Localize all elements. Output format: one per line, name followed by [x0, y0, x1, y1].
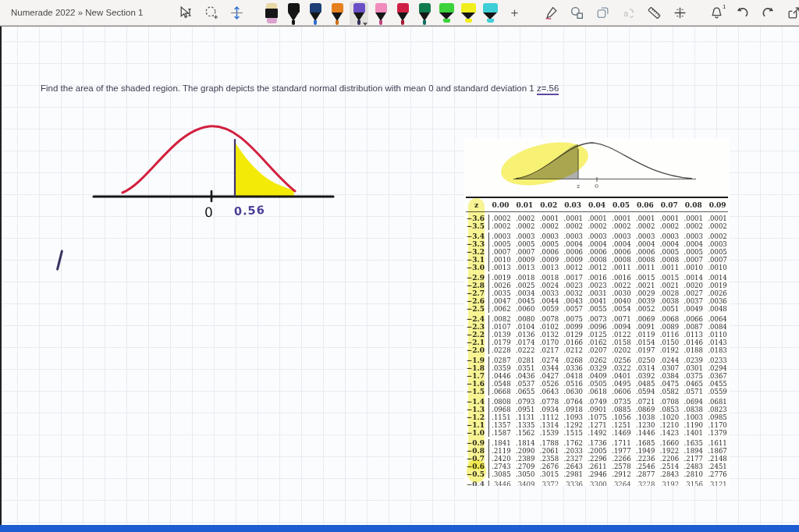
ztable-value-cell: .3192: [658, 481, 682, 486]
ztable-value-cell: .0003: [609, 232, 634, 240]
pen-blue-tool[interactable]: [306, 2, 325, 26]
ztable-row: −0.5.3085.3050.3015.2981.2946.2912.2877.…: [464, 470, 730, 478]
notifications-button[interactable]: 1: [709, 4, 724, 21]
ztable-value-cell: .0951: [513, 406, 538, 413]
ztable-header-z: z: [464, 201, 488, 209]
ztable-value-cell: .0122: [609, 331, 634, 339]
ztable-value-cell: .3446: [489, 481, 513, 486]
ztable-value-cell: .0024: [538, 282, 562, 289]
ztable-value-cell: .1131: [513, 413, 538, 421]
ztable-value-cell: .0002: [489, 222, 513, 230]
undo-button[interactable]: [735, 4, 750, 21]
ztable-value-cell: .3015: [538, 470, 562, 478]
snap-ink-button[interactable]: [595, 4, 610, 21]
redo-button[interactable]: [761, 4, 776, 21]
ztable-value-cell: .0017: [561, 274, 585, 282]
ztable-value-cell: .0016: [585, 274, 609, 282]
pen-red-tool[interactable]: [393, 2, 412, 26]
ztable-image[interactable]: z 0 z0.000.010.020.030.040.050.060.070.0…: [464, 138, 730, 486]
ztable-value-cell: .2981: [561, 470, 585, 478]
ztable-value-cell: .0104: [513, 323, 538, 331]
ztable-z-label: −0.4: [464, 481, 488, 486]
ztable-value-cell: .0113: [681, 331, 705, 339]
ztable-value-cell: .0006: [538, 248, 562, 256]
ztable-value-cell: .0015: [658, 274, 682, 282]
snap-to-grid-button[interactable]: [673, 4, 687, 21]
whiteboard-canvas[interactable]: Find the area of the shaded region. The …: [0, 26, 799, 532]
ztable-value-cell: .2148: [705, 455, 730, 463]
draw-with-pen-button[interactable]: [544, 4, 559, 21]
ztable-value-cell: .3300: [585, 481, 609, 486]
ztable-value-cell: .0505: [585, 380, 609, 388]
ztable-header-cell: 0.04: [585, 201, 609, 209]
ztable-value-cell: .0735: [609, 398, 634, 406]
ztable-value-cell: .0427: [538, 372, 562, 380]
bottom-taskbar-strip: [0, 525, 799, 532]
highlighter-green-tool[interactable]: [437, 2, 456, 26]
ink-to-text-button[interactable]: a: [621, 4, 636, 21]
ztable-value-cell: .2514: [658, 463, 682, 470]
ztable-value-cell: .0294: [705, 364, 730, 372]
ztable-row: −2.4.0082.0080.0078.0075.0073.0071.0069.…: [464, 315, 730, 323]
ztable-header-cell: 0.08: [681, 201, 705, 209]
insert-space-button[interactable]: [229, 4, 244, 21]
ztable-value-cell: .1038: [634, 413, 658, 421]
ztable-row: −0.8.2119.2090.2061.2033.2005.1977.1949.…: [464, 447, 730, 455]
notebook-breadcrumb[interactable]: Numerade 2022 » New Section 1: [11, 8, 143, 17]
ztable-value-cell: .0014: [705, 274, 730, 282]
ztable-value-cell: .0026: [489, 282, 513, 289]
ruler-button[interactable]: [647, 4, 662, 21]
ztable-row: −1.4.0808.0793.0778.0764.0749.0735.0721.…: [464, 398, 730, 406]
ztable-value-cell: .0329: [585, 364, 609, 372]
ztable-value-cell: .0002: [561, 222, 585, 230]
ztable-value-cell: .0838: [681, 406, 705, 413]
pen-purple-tool[interactable]: [350, 2, 368, 26]
pen-orange-tool[interactable]: [328, 2, 346, 26]
ztable-value-cell: .1446: [634, 429, 658, 437]
highlighter-yellow-tool[interactable]: [459, 2, 478, 26]
ztable-value-cell: .0174: [513, 339, 538, 346]
ztable-value-cell: .0516: [561, 380, 585, 388]
lasso-select-icon: [204, 5, 218, 20]
ztable-z-label: −1.4: [464, 398, 488, 406]
ztable-value-cell: .0009: [513, 256, 538, 264]
pen-squiggle-icon: [544, 5, 559, 20]
select-tool-button[interactable]: [178, 4, 193, 21]
ztable-value-cell: .0064: [705, 315, 730, 323]
ztable-value-cell: .3264: [609, 481, 634, 486]
ztable-value-cell: .1075: [585, 413, 609, 421]
ztable-row: −3.3.0005.0005.0005.0004.0004.0004.0004.…: [464, 240, 730, 248]
share-button[interactable]: [787, 4, 799, 21]
ink-to-shape-button[interactable]: [570, 4, 584, 21]
pen-pink-tool[interactable]: [371, 2, 390, 26]
ztable-row: −0.4.3446.3409.3372.3336.3300.3264.3228.…: [464, 481, 730, 486]
ztable-value-cell: .0287: [489, 356, 513, 364]
ztable-value-cell: .1314: [538, 421, 562, 429]
ztable-header-cell: 0.02: [537, 201, 561, 209]
ztable-value-cell: .0239: [681, 356, 705, 364]
highlighter-cyan-tool[interactable]: [481, 2, 499, 26]
ztable-value-cell: .0038: [658, 297, 682, 305]
ztable-value-cell: .0495: [609, 380, 634, 388]
ztable-row: −3.5.0002.0002.0002.0002.0002.0002.0002.…: [464, 222, 730, 230]
ztable-value-cell: .0006: [609, 248, 634, 256]
eraser-tool[interactable]: [262, 2, 281, 26]
ztable-value-cell: .0188: [681, 346, 705, 354]
ztable-value-cell: .3409: [513, 481, 538, 486]
ztable-z-label: −1.0: [464, 429, 488, 437]
ztable-value-cell: .2061: [538, 447, 562, 455]
pen-black-tool[interactable]: [284, 2, 303, 26]
ztable-value-cell: .0418: [561, 372, 585, 380]
add-pen-button[interactable]: +: [506, 5, 523, 20]
ztable-value-cell: .3050: [513, 470, 538, 478]
ztable-value-cell: .1401: [681, 429, 705, 437]
ztable-value-cell: .0031: [585, 289, 609, 297]
ztable-value-cell: .2358: [538, 455, 562, 463]
ztable-header-cell: 0.06: [633, 201, 657, 209]
ztable-value-cell: .0068: [658, 315, 682, 323]
ztable-value-cell: .0087: [681, 323, 705, 331]
lasso-select-button[interactable]: [204, 4, 218, 21]
ruler-icon: [647, 5, 662, 20]
pen-darkgreen-tool[interactable]: [415, 2, 434, 26]
ztable-z-label: −0.8: [464, 447, 488, 455]
